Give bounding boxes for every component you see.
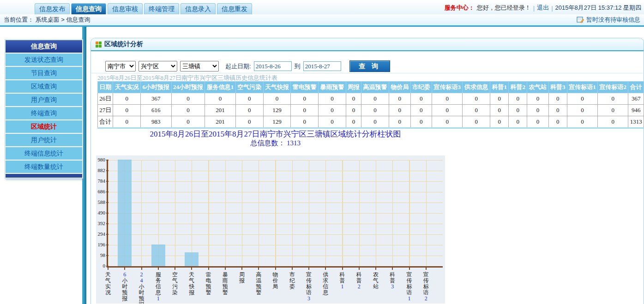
table-cell: 129: [263, 105, 291, 116]
sidebar-item[interactable]: 区域查询: [6, 80, 82, 93]
y-axis-tick-label: 784: [96, 178, 105, 184]
table-cell: 0: [291, 93, 319, 105]
sidebar-item[interactable]: 发送状态查询: [6, 54, 82, 66]
table-cell: 0: [361, 93, 389, 105]
table-cell: 0: [567, 116, 597, 128]
table-header-cell: 24小时预报: [171, 82, 205, 93]
table-cell: 0: [205, 93, 235, 105]
bar-天气快报: [185, 252, 199, 266]
top-tab[interactable]: 信息发布: [35, 3, 70, 14]
logout-link[interactable]: 退出: [537, 4, 549, 12]
panel-title: 区域统计分析: [104, 40, 143, 48]
table-header-cell: 雷电预警: [291, 82, 319, 93]
table-header-cell: 农气站: [527, 82, 549, 93]
table-header-cell: 合计: [628, 82, 644, 93]
x-axis-category-label: 宣传标语1: [406, 272, 413, 302]
x-axis-category-label: 周报: [238, 272, 246, 284]
table-cell: 0: [113, 116, 141, 128]
sidebar-item[interactable]: 终端信息统计: [6, 147, 82, 160]
sidebar-footer-bar: [6, 174, 82, 178]
city-select[interactable]: 南宁市: [105, 61, 136, 72]
top-tab[interactable]: 信息重发: [217, 3, 252, 14]
table-cell: 0: [490, 105, 509, 116]
table-cell: 0: [463, 105, 490, 116]
x-axis-category-label: 雷电预警: [205, 272, 212, 296]
table-cell: 0: [432, 105, 463, 116]
breadcrumb-path[interactable]: 系统桌面 > 信息查询: [36, 16, 90, 23]
table-cell: 0: [463, 93, 490, 105]
table-cell: 983: [141, 116, 171, 128]
table-cell: 0: [432, 116, 463, 128]
x-axis-tick: [208, 268, 209, 270]
service-center-label: 服务中心：: [445, 4, 475, 12]
table-header-cell: 6小时预报: [141, 82, 171, 93]
table-cell: 0: [389, 116, 410, 128]
x-axis-category-label: 天气快报: [188, 272, 195, 296]
table-cell: 0: [235, 105, 263, 116]
sidebar-item[interactable]: 终端查询: [6, 107, 82, 119]
query-button[interactable]: 查 询: [349, 60, 390, 72]
x-axis-category-label: 6小时预报: [121, 272, 128, 302]
x-axis-tick: [375, 268, 376, 270]
x-axis-tick: [141, 268, 142, 270]
table-cell: 0: [548, 116, 567, 128]
table-header-cell: 宣传标语1: [567, 82, 597, 93]
x-axis-tick: [292, 268, 293, 270]
table-cell: 0: [410, 93, 432, 105]
table-cell: 26日: [98, 93, 113, 105]
x-axis-tick: [342, 268, 343, 270]
x-axis-category-label: 高温预警: [255, 272, 262, 296]
x-axis-tick: [225, 268, 226, 270]
sidebar-item[interactable]: 节目查询: [6, 67, 82, 79]
table-cell: 0: [319, 105, 346, 116]
y-axis-tick-label: 196: [96, 242, 105, 247]
top-tab[interactable]: 终端管理: [144, 3, 179, 14]
note-pencil-icon: [577, 17, 584, 23]
table-cell: 616: [141, 105, 171, 116]
separator: |: [551, 5, 553, 12]
x-axis-category-label: 市纪委: [289, 272, 296, 290]
table-cell: 0: [509, 116, 527, 128]
table-cell: 0: [567, 93, 597, 105]
table-cell: 27日: [98, 105, 113, 116]
district-select[interactable]: 兴宁区: [138, 61, 177, 72]
date-to-input[interactable]: [303, 61, 341, 71]
x-axis-category-label: 科普1: [339, 272, 346, 290]
x-axis-tick: [158, 268, 159, 270]
table-cell: 201: [205, 105, 235, 116]
y-axis-tick-label: 98: [96, 252, 105, 258]
table-cell: 0: [361, 116, 389, 128]
sidebar-item[interactable]: 区域统计: [6, 120, 82, 133]
module-grid-icon: [96, 42, 102, 48]
table-cell: 0: [171, 93, 205, 105]
sidebar-item[interactable]: 终端数量统计: [6, 161, 82, 173]
datetime-display: 2015年8月27日 15:37:12 星期四: [555, 4, 641, 12]
top-tab[interactable]: 信息审核: [108, 3, 143, 14]
table-cell: 0: [432, 93, 463, 105]
table-header-cell: 日期: [98, 82, 113, 93]
x-axis-tick: [409, 268, 410, 270]
sidebar-item[interactable]: 用户统计: [6, 134, 82, 146]
table-header-cell: 供求信息: [463, 82, 490, 93]
table-row: 26日0367000000000000000000367: [98, 93, 644, 105]
table-cell: 0: [319, 93, 346, 105]
date-from-input[interactable]: [254, 61, 292, 71]
main-panel: 区域统计分析 南宁市 兴宁区 三塘镇 起止日期: 到 查 询 2015年8月26…: [90, 38, 644, 304]
top-tab[interactable]: 信息录入: [181, 3, 216, 14]
x-axis-tick: [191, 268, 192, 270]
x-axis-category-label: 科普3: [389, 272, 396, 290]
town-select[interactable]: 三塘镇: [180, 61, 219, 72]
filter-row: 南宁市 兴宁区 三塘镇 起止日期: 到 查 询: [91, 60, 643, 73]
table-cell: 0: [171, 105, 205, 116]
table-cell: 0: [567, 105, 597, 116]
sidebar-item[interactable]: 用户查询: [6, 94, 82, 106]
x-axis-category-label: 农气站: [372, 272, 379, 290]
table-cell: 0: [598, 105, 628, 116]
y-axis-tick-label: 588: [96, 199, 105, 205]
x-axis-tick: [241, 268, 242, 270]
top-tab[interactable]: 信息查询: [71, 3, 106, 14]
table-cell: 129: [263, 116, 291, 128]
x-axis-category-label: 物价局: [272, 272, 279, 290]
chart-title: 2015年8月26日至2015年8月27日南宁市兴宁区三塘镇区域统计分析柱状图: [108, 129, 443, 139]
x-axis-category-label: 24小时预报: [138, 272, 145, 304]
